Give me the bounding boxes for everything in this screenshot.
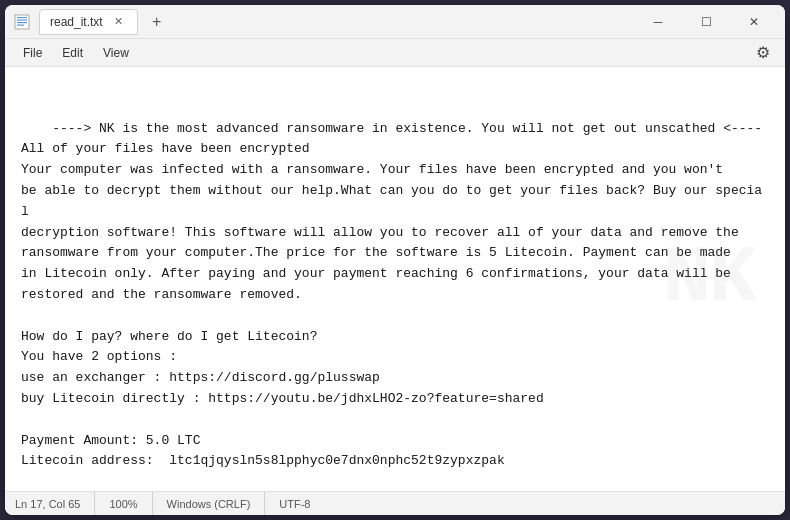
encoding: UTF-8: [265, 492, 324, 515]
maximize-button[interactable]: ☐: [683, 7, 729, 37]
tab-label: read_it.txt: [50, 15, 103, 29]
editor-content: ----> NK is the most advanced ransomware…: [21, 121, 762, 491]
text-editor[interactable]: NK ----> NK is the most advanced ransomw…: [5, 67, 785, 491]
menu-edit[interactable]: Edit: [52, 42, 93, 64]
active-tab[interactable]: read_it.txt ✕: [39, 9, 138, 35]
app-icon: [13, 13, 31, 31]
svg-rect-1: [17, 17, 27, 18]
menu-view[interactable]: View: [93, 42, 139, 64]
title-bar: read_it.txt ✕ + ─ ☐ ✕: [5, 5, 785, 39]
notepad-window: read_it.txt ✕ + ─ ☐ ✕ File Edit View ⚙ N…: [5, 5, 785, 515]
menu-file[interactable]: File: [13, 42, 52, 64]
svg-rect-2: [17, 19, 27, 20]
status-bar: Ln 17, Col 65 100% Windows (CRLF) UTF-8: [5, 491, 785, 515]
line-ending: Windows (CRLF): [153, 492, 266, 515]
new-tab-button[interactable]: +: [146, 11, 168, 33]
svg-rect-3: [17, 22, 27, 23]
cursor-position: Ln 17, Col 65: [15, 492, 95, 515]
minimize-button[interactable]: ─: [635, 7, 681, 37]
close-button[interactable]: ✕: [731, 7, 777, 37]
tab-close-button[interactable]: ✕: [111, 14, 127, 30]
window-controls: ─ ☐ ✕: [635, 7, 777, 37]
svg-rect-4: [17, 24, 24, 25]
menu-bar: File Edit View ⚙: [5, 39, 785, 67]
settings-icon[interactable]: ⚙: [749, 39, 777, 67]
zoom-level: 100%: [95, 492, 152, 515]
